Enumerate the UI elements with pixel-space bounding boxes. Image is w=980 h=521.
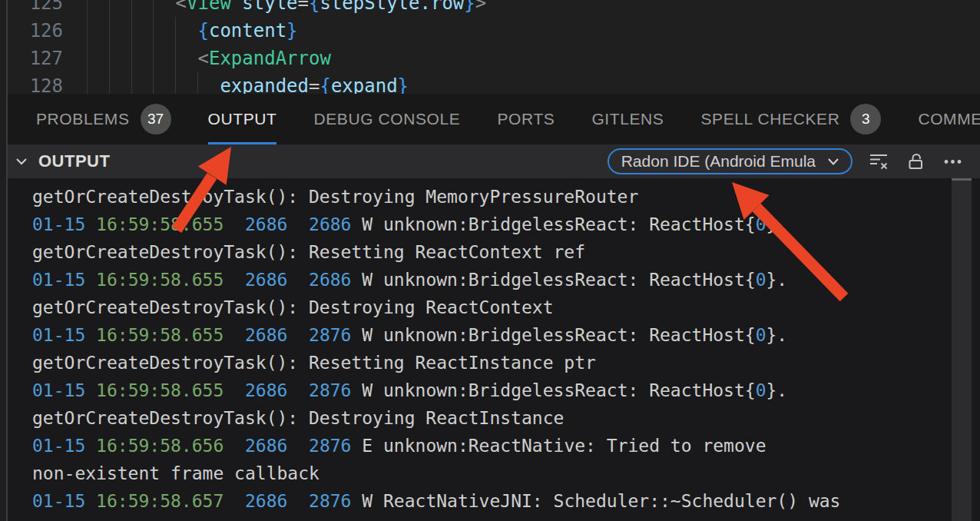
text-segment: 2686 (245, 270, 287, 290)
text-segment: < (198, 48, 209, 69)
text-segment: 2876 (309, 325, 351, 345)
log-line: 01-15 16:59:58.656 2686 2876 E unknown:R… (32, 432, 980, 460)
output-log: getOrCreateDestroyTask(): Destroying Mem… (0, 178, 980, 521)
text-segment: 16:59:58.655 (96, 214, 223, 234)
text-segment: 01-15 (32, 325, 96, 345)
text-segment: 2876 (309, 436, 351, 456)
text-segment: W unknown:BridgelessReact: ReactHost{ (351, 214, 755, 234)
text-segment: < (87, 0, 187, 14)
text-segment: 2686 (309, 270, 351, 290)
text-segment: }. (766, 270, 788, 290)
tab-badge: 3 (850, 104, 881, 134)
text-segment: E unknown:ReactNative: Tried to remove (351, 436, 766, 456)
text-segment (87, 20, 198, 41)
tab-label: SPELL CHECKER (700, 110, 839, 128)
text-segment: 2686 (245, 436, 287, 456)
text-segment: 0 (756, 270, 766, 290)
panel-tab-ports[interactable]: PORTS (497, 95, 555, 144)
text-segment: 0 (756, 380, 766, 400)
text-segment (223, 270, 245, 290)
text-segment: W unknown:BridgelessReact: ReactHost{ (351, 380, 755, 400)
text-segment: 2686 (245, 325, 287, 345)
text-segment: 01-15 (32, 214, 96, 234)
text-segment: 0 (756, 214, 766, 234)
editor-line: 127 <ExpandArrow (8, 45, 980, 72)
text-segment: 2686 (245, 380, 287, 400)
text-segment (87, 75, 220, 94)
text-segment: > (475, 0, 486, 14)
text-segment: } (398, 75, 409, 94)
log-line: getOrCreateDestroyTask(): Destroying Rea… (32, 294, 980, 321)
sidebar-border-line (6, 0, 8, 521)
text-segment: 01-15 (32, 270, 96, 290)
panel-tab-spell-checker[interactable]: SPELL CHECKER3 (700, 95, 881, 144)
text-segment (287, 325, 309, 345)
text-segment: W unknown:BridgelessReact: ReactHost{ (351, 325, 755, 345)
text-segment: 2876 (309, 491, 351, 511)
log-line: getOrCreateDestroyTask(): Destroying Rea… (32, 404, 980, 432)
text-segment: 16:59:58.655 (96, 380, 223, 400)
text-segment (223, 380, 245, 400)
text-segment: getOrCreateDestroyTask(): Resetting Reac… (32, 242, 585, 262)
panel-tab-debug-console[interactable]: DEBUG CONSOLE (313, 95, 460, 144)
text-segment: expanded (220, 75, 309, 94)
editor-lines: 125 <View style={stepStyle.row}>126 {con… (8, 0, 980, 94)
text-segment: getOrCreateDestroyTask(): Destroying Rea… (32, 297, 554, 317)
text-segment (223, 214, 245, 234)
panel-scrollbar-thumb[interactable] (952, 178, 972, 521)
text-segment: 01-15 (32, 380, 96, 400)
text-segment: W ReactNativeJNI: Scheduler::~Scheduler(… (351, 491, 840, 511)
line-number: 126 (8, 17, 63, 45)
panel-tab-problems[interactable]: PROBLEMS37 (36, 95, 171, 144)
clear-output-icon[interactable] (868, 151, 889, 172)
text-segment (231, 0, 242, 14)
text-segment: 2686 (245, 491, 287, 511)
text-segment: getOrCreateDestroyTask(): Resetting Reac… (32, 353, 596, 373)
log-line: 01-15 16:59:58.655 2686 2686 W unknown:B… (32, 211, 980, 238)
text-segment (287, 214, 309, 234)
text-segment: }. (766, 214, 788, 234)
text-segment: 16:59:58.656 (96, 436, 223, 456)
log-line: non-existent frame callback (32, 460, 980, 487)
log-line: 01-15 16:59:58.657 2686 2876 W ReactNati… (32, 487, 980, 515)
log-line: getOrCreateDestroyTask(): Resetting Reac… (32, 349, 980, 377)
editor-line: 126 {content} (8, 17, 980, 45)
tab-label: GITLENS (591, 110, 664, 128)
output-channel-label: Radon IDE (Android Emula (621, 152, 816, 171)
text-segment: ExpandArrow (209, 48, 331, 69)
text-segment: getOrCreateDestroyTask(): Destroying Mem… (32, 187, 638, 207)
text-segment (223, 325, 245, 345)
tab-label: PROBLEMS (36, 110, 130, 128)
text-segment (287, 270, 309, 290)
text-segment: 01-15 (32, 436, 96, 456)
panel-tab-bar: PROBLEMS37OUTPUTDEBUG CONSOLEPORTSGITLEN… (0, 94, 980, 144)
window-left-edge (0, 0, 6, 521)
text-segment: content (209, 20, 286, 41)
collapse-panel-chevron-down-icon[interactable] (11, 151, 32, 172)
log-line: getOrCreateDestroyTask(): Destroying Mem… (32, 183, 980, 211)
more-actions-icon[interactable] (942, 151, 963, 172)
text-segment: 16:59:58.655 (96, 270, 223, 290)
panel-tab-comme[interactable]: COMME (918, 95, 980, 144)
panel-tab-gitlens[interactable]: GITLENS (591, 95, 664, 144)
tab-badge: 37 (141, 104, 171, 134)
panel-title: OUTPUT (38, 151, 110, 171)
text-segment (287, 436, 309, 456)
text-segment: getOrCreateDestroyTask(): Destroying Rea… (32, 408, 564, 428)
tab-label: COMME (918, 110, 980, 128)
panel-tab-output[interactable]: OUTPUT (208, 95, 277, 144)
text-segment: 0 (756, 325, 766, 345)
text-segment: = (298, 0, 309, 14)
text-segment (223, 491, 245, 511)
text-segment (287, 380, 309, 400)
text-segment: = (309, 75, 319, 94)
text-segment (287, 491, 309, 511)
vscode-window: 125 <View style={stepStyle.row}>126 {con… (0, 0, 980, 521)
line-number: 128 (8, 72, 63, 94)
text-segment: 2686 (245, 214, 287, 234)
tab-label: OUTPUT (208, 110, 277, 128)
output-channel-select[interactable]: Radon IDE (Android Emula (608, 148, 853, 174)
chevron-down-icon (825, 153, 842, 170)
unlock-icon[interactable] (905, 151, 926, 172)
editor-line: 128 expanded={expand} (8, 72, 980, 94)
